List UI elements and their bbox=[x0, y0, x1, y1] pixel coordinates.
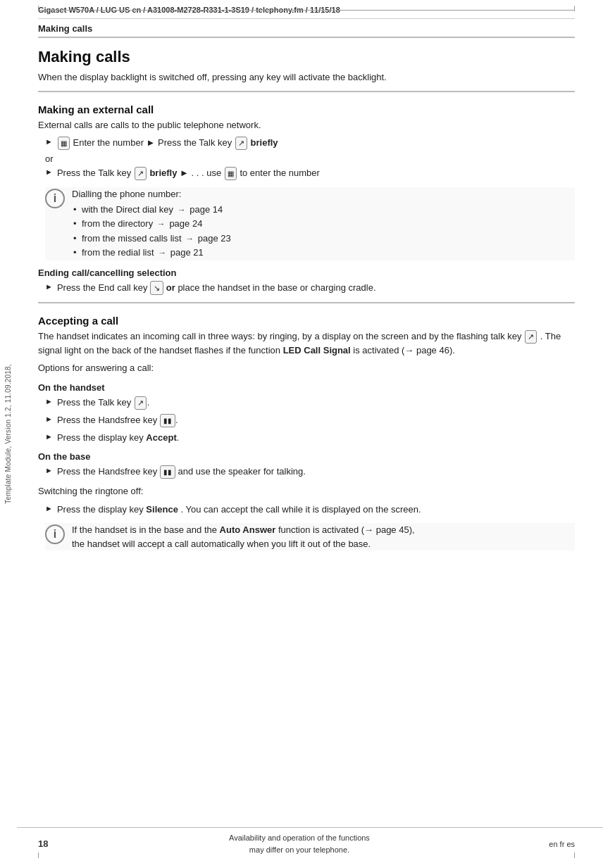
end-call-icon: ↘ bbox=[150, 281, 163, 296]
silence-label: Silence bbox=[146, 504, 178, 515]
switching-text2: . You can accept the call while it is di… bbox=[181, 504, 421, 515]
handset-step3-text: Press the display key bbox=[57, 432, 144, 443]
led-call-signal: LED Call Signal bbox=[283, 345, 351, 356]
step2-briefly: briefly bbox=[149, 168, 177, 178]
grid-key-icon: ▦ bbox=[58, 137, 70, 150]
handsfree-key-icon-2: ▮▮ bbox=[160, 465, 175, 479]
arrow-icon-5: ► bbox=[45, 415, 53, 423]
info2-line3: the handset will accept a call automatic… bbox=[72, 539, 371, 549]
handsfree-key-icon: ▮▮ bbox=[160, 414, 175, 427]
info-content-1: Dialling the phone number: with the Dire… bbox=[72, 187, 231, 260]
base-step1b-text: and use the speaker for talking. bbox=[178, 466, 306, 477]
info-icon-1: i bbox=[45, 189, 65, 208]
handset-step1-item: ► Press the Talk key ↗. bbox=[45, 396, 575, 410]
section3-desc: The handset indicates an incoming call i… bbox=[38, 329, 575, 357]
handset-step3-item: ► Press the display key Accept. bbox=[45, 431, 575, 445]
switching-step-item: ► Press the display key Silence . You ca… bbox=[45, 503, 575, 517]
base-step1-text: Press the Handsfree key bbox=[57, 466, 157, 477]
section3-desc-1: The handset indicates an incoming call i… bbox=[38, 331, 522, 341]
section1-description: When the display backlight is switched o… bbox=[38, 70, 575, 84]
base-step1-item: ► Press the Handsfree key ▮▮ and use the… bbox=[45, 465, 575, 479]
or-bold: or bbox=[166, 282, 175, 293]
arrow-icon-7: ► bbox=[45, 466, 53, 474]
info-list-item-3: from the missed calls list → page 23 bbox=[72, 232, 231, 246]
arrow-page24: → bbox=[157, 218, 166, 230]
talk-key-icon-1: ↗ bbox=[235, 137, 247, 150]
sidebar-text: Template Module, Version 1.2, 11.09.2018… bbox=[0, 0, 15, 868]
info-title-1: Dialling the phone number: bbox=[72, 189, 181, 199]
handset-step1-content: Press the Talk key ↗. bbox=[57, 396, 150, 410]
footer: 18 Availability and operation of the fun… bbox=[17, 827, 603, 855]
info-content-2: If the handset is in the base and the Au… bbox=[72, 523, 415, 551]
page-section-label: Making calls bbox=[38, 23, 92, 34]
footer-may-differ: may differ on your telephone. bbox=[249, 845, 349, 854]
auto-answer-label: Auto Answer bbox=[220, 524, 276, 535]
step2-press: Press the Talk key bbox=[57, 168, 134, 178]
step1-item: ► ▦ Enter the number ► Press the Talk ke… bbox=[45, 136, 575, 150]
step2-use: . . . use bbox=[192, 168, 224, 178]
step2-content: Press the Talk key ↗ briefly ► . . . use… bbox=[57, 166, 320, 180]
page-number: 18 bbox=[38, 838, 66, 849]
step1-content: ▦ Enter the number ► Press the Talk key … bbox=[57, 136, 278, 150]
step1-press: Press the Talk key bbox=[158, 137, 235, 148]
talk-key-accept: ↗ bbox=[135, 396, 147, 410]
info2-line2: function is activated (→ page 45), bbox=[278, 524, 415, 535]
switching-label: Switching the ringtone off: bbox=[38, 484, 575, 498]
step1-text: Enter the number bbox=[73, 137, 147, 148]
info2-line1: If the handset is in the base and the bbox=[72, 524, 217, 535]
section2-bottom-rule bbox=[38, 302, 575, 303]
talk-key-icon-2: ↗ bbox=[135, 167, 147, 180]
section2-description: External calls are calls to the public t… bbox=[38, 118, 575, 132]
base-step1-content: Press the Handsfree key ▮▮ and use the s… bbox=[57, 465, 306, 479]
talk-key-flashing: ↗ bbox=[525, 330, 537, 344]
step2-enter: to enter the number bbox=[240, 168, 319, 178]
chevron-right-1: ► bbox=[147, 137, 156, 148]
arrow-icon-4: ► bbox=[45, 397, 53, 405]
step1-briefly: briefly bbox=[251, 137, 278, 148]
info-list-1: with the Direct dial key → page 14 from … bbox=[72, 203, 231, 260]
options-label: Options for answering a call: bbox=[38, 361, 575, 375]
arrow-icon-8: ► bbox=[45, 504, 53, 512]
ending-content: Press the End call key ↘ or place the ha… bbox=[57, 281, 376, 296]
header-rule bbox=[38, 18, 575, 19]
bottom-tick-left bbox=[38, 853, 39, 858]
footer-center: Availability and operation of the functi… bbox=[66, 832, 533, 855]
on-base-label: On the base bbox=[38, 451, 575, 462]
handset-step2-item: ► Press the Handsfree key ▮▮. bbox=[45, 413, 575, 427]
info-box-1: i Dialling the phone number: with the Di… bbox=[45, 187, 575, 260]
footer-availability: Availability and operation of the functi… bbox=[229, 834, 370, 842]
info-list-item-4: from the redial list → page 21 bbox=[72, 246, 231, 260]
info-icon-2: i bbox=[45, 524, 65, 544]
page-title: Making calls bbox=[38, 48, 575, 66]
info-list-item-2: from the directory → page 24 bbox=[72, 217, 231, 231]
top-line bbox=[38, 10, 575, 11]
bottom-tick-right bbox=[574, 853, 575, 858]
info-box-2: i If the handset is in the base and the … bbox=[45, 523, 575, 551]
arrow-icon-1: ► bbox=[45, 137, 53, 146]
section2-title: Making an external call bbox=[38, 103, 575, 115]
ending-step-item: ► Press the End call key ↘ or place the … bbox=[45, 281, 575, 296]
section1-rule bbox=[38, 37, 575, 38]
chevron-right-2: ► bbox=[180, 168, 189, 178]
ending-step-text: Press the End call key bbox=[57, 282, 150, 293]
section1-inner-rule bbox=[38, 91, 575, 92]
switching-content: Press the display key Silence . You can … bbox=[57, 503, 421, 517]
grid-key-icon-2: ▦ bbox=[225, 167, 237, 180]
arrow-page21: → bbox=[158, 246, 166, 259]
handset-step1-text: Press the Talk key bbox=[57, 397, 131, 408]
arrow-icon-2: ► bbox=[45, 168, 53, 176]
arrow-page14: → bbox=[178, 203, 186, 216]
arrow-icon-3: ► bbox=[45, 282, 53, 291]
arrow-page23: → bbox=[185, 232, 194, 245]
top-decoration bbox=[17, 0, 603, 13]
handset-step2-text: Press the Handsfree key bbox=[57, 415, 157, 425]
section3-desc-3: is activated (→ page 46). bbox=[353, 345, 455, 356]
section3-title: Accepting a call bbox=[38, 315, 575, 327]
ending-step2-text: place the handset in the base or chargin… bbox=[178, 282, 375, 293]
tick-right bbox=[574, 6, 575, 11]
switching-text: Press the display key bbox=[57, 504, 144, 515]
info-list-item-1: with the Direct dial key → page 14 bbox=[72, 203, 231, 217]
on-handset-label: On the handset bbox=[38, 382, 575, 393]
footer-lang: en fr es bbox=[533, 840, 575, 848]
or-label: or bbox=[45, 153, 575, 164]
